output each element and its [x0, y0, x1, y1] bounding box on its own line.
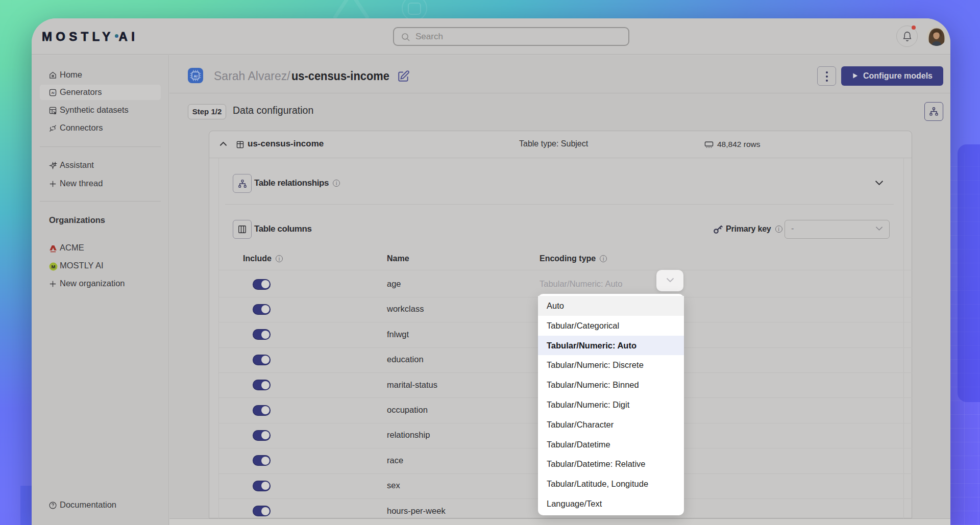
svg-text:AI: AI [193, 74, 198, 79]
svg-text:AI: AI [51, 91, 54, 94]
svg-text:M: M [52, 264, 56, 269]
